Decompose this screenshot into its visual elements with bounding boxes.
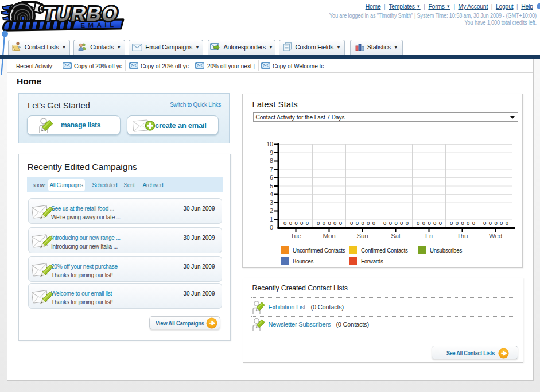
svg-text:10: 10 — [266, 141, 273, 148]
svg-text:0: 0 — [472, 220, 475, 226]
svg-text:0: 0 — [367, 220, 370, 226]
svg-text:2: 2 — [270, 207, 273, 214]
svg-text:6: 6 — [270, 174, 273, 181]
svg-text:0: 0 — [428, 220, 430, 226]
svg-text:0: 0 — [270, 224, 273, 231]
svg-text:TURBO: TURBO — [41, 2, 121, 25]
svg-text:0: 0 — [372, 220, 375, 226]
svg-text:Sat: Sat — [391, 232, 401, 239]
svg-text:0: 0 — [383, 220, 386, 226]
svg-text:0: 0 — [438, 220, 441, 226]
svg-text:0: 0 — [361, 220, 364, 226]
svg-text:3: 3 — [270, 199, 273, 206]
svg-text:0: 0 — [417, 220, 419, 226]
svg-text:0: 0 — [405, 220, 408, 226]
svg-text:0: 0 — [494, 220, 497, 226]
svg-text:1: 1 — [270, 216, 273, 223]
svg-text:0: 0 — [433, 220, 436, 226]
svg-text:0: 0 — [422, 220, 425, 226]
svg-text:0: 0 — [333, 220, 336, 226]
svg-text:0: 0 — [488, 220, 491, 226]
svg-text:0: 0 — [505, 220, 508, 226]
svg-text:4: 4 — [270, 191, 273, 197]
svg-text:0: 0 — [322, 220, 325, 226]
svg-text:0: 0 — [455, 220, 458, 226]
svg-text:Sun: Sun — [356, 232, 368, 239]
svg-text:0: 0 — [483, 220, 486, 226]
svg-text:0: 0 — [450, 220, 453, 226]
svg-text:0: 0 — [339, 220, 341, 226]
svg-text:0: 0 — [350, 220, 353, 226]
svg-text:Thu: Thu — [456, 232, 467, 239]
svg-text:0: 0 — [289, 220, 292, 226]
svg-text:0: 0 — [294, 220, 297, 226]
svg-text:7: 7 — [270, 166, 273, 173]
svg-text:Wed: Wed — [489, 232, 502, 239]
svg-text:0: 0 — [400, 220, 403, 226]
svg-text:Fri: Fri — [425, 232, 433, 239]
svg-text:0: 0 — [355, 220, 358, 226]
svg-text:0: 0 — [300, 220, 303, 226]
svg-text:0: 0 — [317, 220, 320, 226]
svg-text:0: 0 — [328, 220, 331, 226]
svg-text:0: 0 — [467, 220, 469, 226]
svg-text:9: 9 — [270, 149, 273, 156]
svg-text:Tue: Tue — [290, 232, 301, 239]
svg-text:0: 0 — [394, 220, 397, 226]
svg-text:0: 0 — [283, 220, 286, 226]
svg-text:0: 0 — [461, 220, 464, 226]
svg-text:5: 5 — [270, 183, 273, 189]
svg-text:0: 0 — [500, 220, 503, 226]
svg-text:0: 0 — [305, 220, 308, 226]
svg-text:Mon: Mon — [323, 232, 335, 239]
svg-text:0: 0 — [389, 220, 391, 226]
svg-text:8: 8 — [270, 157, 273, 164]
